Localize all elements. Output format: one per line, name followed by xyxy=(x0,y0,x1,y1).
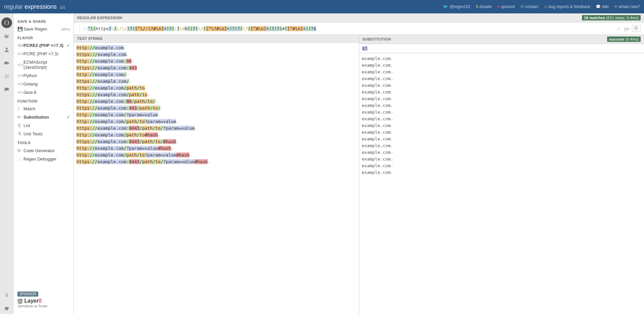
sponsor-box[interactable]: SPONSOR Layer0 Jamstack at Scale xyxy=(13,289,73,311)
header-links: 🐦@regex101$donate♥sponsor✉contact⚠bug re… xyxy=(443,4,640,9)
test-line: http://example.com/?param=value↵ xyxy=(76,112,356,118)
svg-rect-4 xyxy=(4,62,8,64)
function-icon: ✂ xyxy=(17,115,23,120)
code-icon: </> xyxy=(17,81,23,86)
twitter-icon: 🐦 xyxy=(443,4,448,9)
tool-icon: ⛬ xyxy=(17,156,23,162)
save-shortcut: ctrl+s xyxy=(61,27,70,31)
regex-pattern[interactable]: ^((https?:)\/\/)?([^\/:\?#\n]+)?(:(\d+))… xyxy=(88,26,616,31)
sponsor-name: Layer xyxy=(24,298,39,304)
success-badge: success (0.4ms) xyxy=(607,37,641,42)
output-line: example.com↵ xyxy=(362,89,642,96)
substitution-output: example.com↵example.com↵example.com↵exam… xyxy=(359,53,644,314)
code-icon: </> xyxy=(17,90,23,95)
tool-item[interactable]: ⧉Code Generator xyxy=(13,146,73,155)
mail-icon: ✉ xyxy=(521,4,524,9)
logo-sub: 101 xyxy=(60,6,65,9)
star-icon: ✦ xyxy=(614,4,618,9)
rail-donate-icon[interactable]: $ xyxy=(1,290,12,301)
dollar-icon: $ xyxy=(476,4,478,9)
output-line: example.com↵ xyxy=(362,149,642,156)
workspace: TEST STRING http://example.com↵https://e… xyxy=(74,35,644,314)
logo[interactable]: regular expressions 101 xyxy=(4,3,65,10)
test-string-column: TEST STRING http://example.com↵https://e… xyxy=(74,35,359,314)
regex-title: REGULAR EXPRESSION xyxy=(77,16,122,20)
regex-input-bar[interactable]: : / ^((https?:)\/\/)?([^\/:\?#\n]+)?(:(\… xyxy=(74,22,644,35)
header-link-sponsor[interactable]: ♥sponsor xyxy=(497,4,515,9)
svg-rect-2 xyxy=(7,35,8,38)
flavor-item[interactable]: </>Python xyxy=(13,71,73,80)
svg-rect-1 xyxy=(6,36,7,38)
rail-library-icon[interactable] xyxy=(1,31,12,42)
flavor-item[interactable]: </>Java 8 xyxy=(13,88,73,97)
test-line: http://example.com/path/to#hash↵ xyxy=(76,132,356,138)
header-link-wiki[interactable]: 💬wiki xyxy=(596,4,609,9)
svg-point-3 xyxy=(6,48,8,50)
check-icon: ✓ xyxy=(66,115,70,120)
test-line: https://example.com:8443/path/to/#hash↵ xyxy=(76,138,356,145)
flavor-item[interactable]: </>ECMAScript (JavaScript) xyxy=(13,58,73,71)
code-icon: </> xyxy=(17,43,23,48)
test-line: http://example.com/path/to?param=value#h… xyxy=(76,152,356,159)
output-line: example.com↵ xyxy=(362,69,642,75)
sponsor-tagline: Jamstack at Scale xyxy=(17,304,69,308)
copy-button[interactable] xyxy=(632,25,641,32)
save-regex-button[interactable]: 💾 Save Regex ctrl+s xyxy=(13,25,73,33)
rail-editor-icon[interactable] xyxy=(1,17,12,28)
save-regex-label: Save Regex xyxy=(23,26,47,32)
test-string-area[interactable]: http://example.com↵https://example.com↵h… xyxy=(74,43,359,314)
function-item[interactable]: ⚗Unit Tests xyxy=(13,130,73,138)
flavor-item[interactable]: </>PCRE (PHP <7.3) xyxy=(13,50,73,58)
tool-icon: ⧉ xyxy=(17,148,23,153)
test-line: http://example.com↵ xyxy=(76,45,356,51)
function-icon: ⚗ xyxy=(17,131,23,136)
header-link-bug-reports-feedback[interactable]: ⚠bug reports & feedback xyxy=(544,4,590,9)
sub-title: SUBSTITUTION xyxy=(363,37,391,41)
output-line: example.com↵ xyxy=(362,109,642,116)
header-link-contact[interactable]: ✉contact xyxy=(521,4,538,9)
test-title: TEST STRING xyxy=(77,37,103,41)
rail-heart-icon[interactable] xyxy=(1,303,12,314)
content-area: REGULAR EXPRESSION 18 matches (611 steps… xyxy=(74,13,644,314)
flavor-item[interactable]: </>PCRE2 (PHP >=7.3)✓ xyxy=(13,41,73,50)
test-panel-header: TEST STRING xyxy=(74,35,359,43)
test-line: https://example.com:443/path/to/↵ xyxy=(76,105,356,112)
header-link--regex101[interactable]: 🐦@regex101 xyxy=(443,4,470,9)
output-line: example.com↵ xyxy=(362,75,642,82)
output-line: example.com↵ xyxy=(362,129,642,136)
section-tools: TOOLS xyxy=(13,138,73,146)
icon-rail: $ xyxy=(0,13,13,314)
output-line: example.com↵ xyxy=(362,156,642,163)
heart-icon: ♥ xyxy=(497,4,499,9)
rail-account-icon[interactable] xyxy=(1,44,12,55)
svg-text:$: $ xyxy=(5,293,8,298)
test-line: http://example.com/path/to↵ xyxy=(76,85,356,91)
test-line: http://example.com/path/to?param=value↵ xyxy=(76,118,356,125)
code-icon: </> xyxy=(17,62,23,67)
code-icon: </> xyxy=(17,51,23,56)
header-link-donate[interactable]: $donate xyxy=(476,4,492,9)
svg-rect-0 xyxy=(5,35,6,38)
rail-video-icon[interactable] xyxy=(1,58,12,68)
regex-flags[interactable]: gm xyxy=(624,26,629,31)
flavor-item[interactable]: </>Golang xyxy=(13,80,73,88)
logo-text-1: regular xyxy=(4,3,23,10)
test-line: https://example.com:8443/path/to/?param=… xyxy=(76,159,356,165)
test-line: http://example.com/↵ xyxy=(76,71,356,78)
function-icon: ☰ xyxy=(17,123,23,128)
rail-chat-icon[interactable] xyxy=(1,84,12,95)
function-item[interactable]: ⤴Match xyxy=(13,105,73,113)
function-item[interactable]: ✂Substitution✓ xyxy=(13,113,73,121)
test-line: http://example.com:80↵ xyxy=(76,58,356,65)
header-link-whats-new-[interactable]: ✦whats new? xyxy=(614,4,640,9)
output-line: example.com↵ xyxy=(362,163,642,169)
main-layout: $ SAVE & SHARE 💾 Save Regex ctrl+s FLAVO… xyxy=(0,13,644,314)
sub-value: $3 xyxy=(362,46,368,51)
test-line: http://example.com:80/path/to/↵ xyxy=(76,98,356,105)
function-item[interactable]: ☰List xyxy=(13,121,73,130)
substitution-input[interactable]: $3 xyxy=(359,44,644,53)
rail-settings-icon[interactable] xyxy=(1,71,12,82)
output-line: example.com↵ xyxy=(362,116,642,122)
test-line: https://example.com:443↵ xyxy=(76,65,356,71)
tool-item[interactable]: ⛬Regex Debugger xyxy=(13,155,73,163)
